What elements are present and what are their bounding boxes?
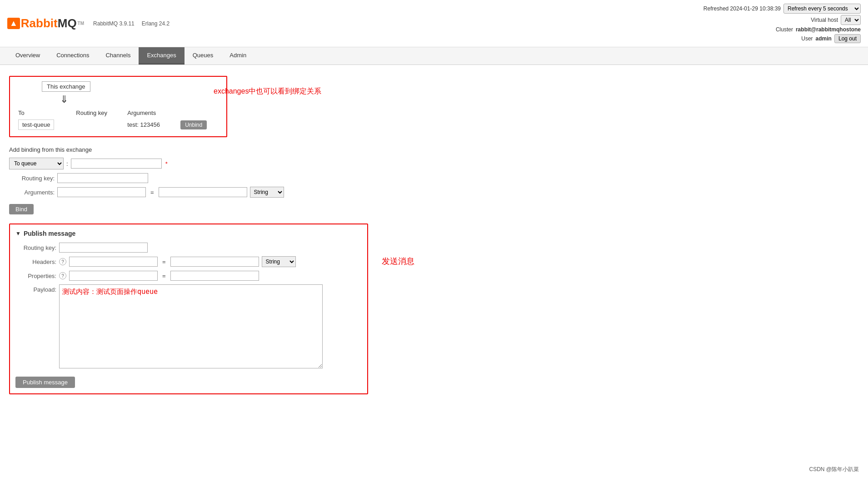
vh-select[interactable]: All /	[841, 15, 861, 25]
routing-key-input[interactable]	[57, 173, 148, 183]
top-right: Refreshed 2024-01-29 10:38:39 Refresh ev…	[703, 4, 861, 43]
add-binding-section: Add binding from this exchange To queue …	[9, 146, 859, 214]
refreshed-label: Refreshed 2024-01-29 10:38:39	[703, 5, 781, 12]
this-exchange-label: This exchange	[42, 81, 90, 92]
binding-arguments: test: 123456	[124, 118, 177, 132]
binding-type-row: To queue To exchange : *	[9, 158, 859, 169]
properties-help-icon[interactable]: ?	[59, 272, 66, 279]
pub-eq1: =	[162, 258, 166, 265]
nav-channels[interactable]: Channels	[97, 47, 139, 65]
bind-button[interactable]: Bind	[9, 204, 34, 214]
binding-type-colon: :	[66, 160, 68, 167]
publish-message-button[interactable]: Publish message	[15, 377, 75, 388]
annotation-send: 发送消息	[382, 256, 414, 267]
binding-routing-key	[72, 118, 124, 132]
payload-textarea[interactable]: <span class="payload-content">测试内容：测试页面操…	[59, 284, 323, 368]
pub-headers-type-select[interactable]: String Integer Boolean	[262, 256, 296, 267]
unbind-button[interactable]: Unbind	[180, 120, 207, 129]
arguments-label: Arguments:	[9, 189, 55, 196]
nav-overview[interactable]: Overview	[7, 47, 48, 65]
binding-table: To Routing key Arguments test-queue test…	[15, 108, 222, 132]
rabbit-icon: ▲	[7, 18, 20, 29]
queue-name: test-queue	[18, 119, 54, 130]
pub-payload-row: Payload: <span class="payload-content">测…	[15, 284, 362, 368]
pub-payload-label: Payload:	[15, 286, 56, 293]
pub-routing-key-row: Routing key:	[15, 243, 362, 253]
logo-mq-text: MQ	[58, 16, 77, 30]
table-row: test-queue test: 123456 Unbind	[15, 118, 222, 132]
content: exchanges中也可以看到绑定关系 This exchange ⇓ To R…	[0, 65, 868, 402]
pub-headers-key-input[interactable]	[69, 257, 158, 267]
publish-section: ▼ Publish message Routing key: Headers: …	[9, 224, 368, 394]
eq-sign: =	[150, 189, 154, 196]
erlang-version: Erlang 24.2	[142, 20, 170, 27]
pub-headers-val-input[interactable]	[170, 257, 259, 267]
header: ▲ RabbitMQTM RabbitMQ 3.9.11 Erlang 24.2…	[0, 0, 868, 47]
logo: ▲ RabbitMQTM	[7, 16, 84, 30]
refresh-row: Refreshed 2024-01-29 10:38:39 Refresh ev…	[703, 4, 861, 14]
nav-exchanges[interactable]: Exchanges	[139, 47, 184, 65]
pub-routing-key-label: Routing key:	[15, 244, 56, 251]
nav-admin[interactable]: Admin	[221, 47, 254, 65]
pub-eq2: =	[162, 273, 166, 279]
required-star: *	[165, 160, 168, 167]
headers-help-icon[interactable]: ?	[59, 258, 66, 265]
version-info: RabbitMQ 3.9.11 Erlang 24.2	[93, 20, 170, 27]
args-key-input[interactable]	[57, 187, 146, 197]
refresh-select[interactable]: Refresh every 5 seconds Refresh every 10…	[783, 4, 861, 14]
pub-properties-label: Properties:	[15, 273, 56, 279]
cluster-value: rabbit@rabbitmqhostone	[796, 26, 861, 33]
binding-type-select[interactable]: To queue To exchange	[9, 158, 64, 169]
arrow-down: ⇓	[60, 94, 222, 105]
routing-key-label: Routing key:	[9, 175, 55, 182]
pub-headers-label: Headers:	[15, 258, 56, 265]
virtual-host-label: Virtual host	[811, 17, 838, 23]
logo-tm: TM	[78, 21, 84, 26]
pub-props-val-input[interactable]	[170, 271, 259, 281]
logo-area: ▲ RabbitMQTM RabbitMQ 3.9.11 Erlang 24.2	[7, 16, 170, 30]
nav-connections[interactable]: Connections	[48, 47, 97, 65]
args-type-select[interactable]: String Integer Boolean	[250, 187, 284, 198]
arguments-row: Arguments: = String Integer Boolean	[9, 187, 859, 198]
virtual-host-row: Virtual host All /	[811, 15, 861, 25]
logo-rabbit-text: Rabbit	[21, 16, 58, 30]
logout-button[interactable]: Log out	[834, 34, 861, 43]
binding-unbind-cell: Unbind	[177, 118, 222, 132]
routing-key-row: Routing key:	[9, 173, 859, 183]
pub-routing-key-input[interactable]	[59, 243, 148, 253]
rabbitmq-version: RabbitMQ 3.9.11	[93, 20, 135, 27]
pub-properties-row: Properties: ? =	[15, 271, 362, 281]
publish-header: ▼ Publish message	[15, 230, 362, 237]
user-label: User	[801, 35, 813, 42]
col-routing-key: Routing key	[72, 108, 124, 118]
annotation-exchanges: exchanges中也可以看到绑定关系	[214, 87, 321, 96]
nav-queues[interactable]: Queues	[185, 47, 222, 65]
cluster-row: Cluster rabbit@rabbitmqhostone	[776, 26, 861, 33]
col-to: To	[15, 108, 72, 118]
args-val-input[interactable]	[159, 187, 247, 197]
binding-to: test-queue	[15, 118, 72, 132]
this-exchange-box: This exchange ⇓ To Routing key Arguments…	[9, 76, 227, 137]
col-action	[177, 108, 222, 118]
pub-headers-row: Headers: ? = String Integer Boolean	[15, 256, 362, 267]
collapse-icon[interactable]: ▼	[15, 230, 21, 237]
nav: Overview Connections Channels Exchanges …	[0, 47, 868, 65]
user-value: admin	[816, 35, 832, 42]
publish-title: Publish message	[24, 230, 75, 237]
user-row: User admin Log out	[801, 34, 861, 43]
binding-queue-input[interactable]	[71, 159, 162, 169]
add-binding-title: Add binding from this exchange	[9, 146, 859, 153]
pub-props-key-input[interactable]	[69, 271, 158, 281]
col-arguments: Arguments	[124, 108, 177, 118]
cluster-label: Cluster	[776, 26, 793, 33]
